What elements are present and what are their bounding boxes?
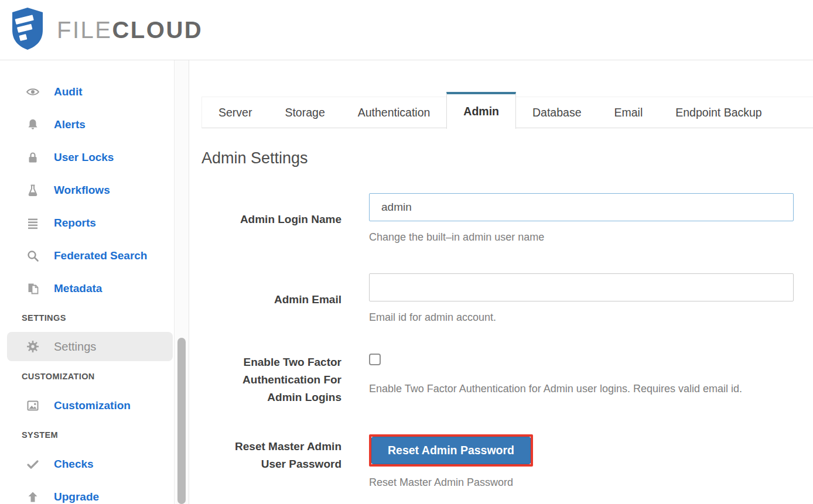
label-line: Admin Login Name [201, 211, 341, 228]
check-icon [26, 457, 40, 471]
sidebar-item-customization[interactable]: Customization [0, 389, 174, 422]
arrow-up-icon [26, 490, 40, 504]
reset-master-admin-password-label: Reset Master AdminUser Password [201, 434, 341, 473]
sidebar-item-label: Federated Search [54, 249, 147, 262]
tab-database[interactable]: Database [516, 97, 597, 128]
reset-master-admin-password-help-text: Reset Master Admin Password [369, 474, 791, 491]
field-row-admin-login-name: Admin Login NameChange the built–in admi… [201, 193, 813, 245]
filecloud-shield-icon [10, 6, 45, 53]
sidebar-item-user-locks[interactable]: User Locks [0, 141, 174, 174]
tab-email[interactable]: Email [598, 97, 660, 128]
label-line: Authentication For [201, 371, 341, 389]
eye-icon [26, 85, 40, 99]
sidebar: AuditAlertsUser LocksWorkflowsReportsFed… [0, 60, 174, 504]
reset-master-admin-password-button[interactable]: Reset Admin Password [371, 437, 531, 464]
admin-login-name-control: Change the built–in admin user name [369, 193, 794, 245]
sidebar-item-workflows[interactable]: Workflows [0, 174, 174, 207]
label-line: Reset Master Admin [201, 438, 341, 455]
sidebar-item-label: Customization [54, 399, 131, 412]
two-factor-authentication-label: Enable Two FactorAuthentication ForAdmin… [201, 354, 341, 406]
scrollbar-thumb[interactable] [177, 338, 186, 504]
filecloud-admin-app: FILECLOUD AuditAlertsUser LocksWorkflows… [0, 0, 813, 504]
two-factor-authentication-control: Enable Two Factor Authentication for Adm… [369, 354, 794, 397]
sidebar-section-label: CUSTOMIZATION [22, 372, 95, 381]
tab-authentication[interactable]: Authentication [341, 97, 447, 128]
sidebar-section-label: SETTINGS [22, 313, 66, 323]
sidebar-item-alerts[interactable]: Alerts [0, 108, 174, 141]
admin-login-name-label: Admin Login Name [201, 211, 341, 228]
reset-master-admin-password-control: Reset Admin PasswordReset Master Admin P… [369, 434, 794, 491]
sidebar-item-settings[interactable]: Settings [7, 332, 173, 361]
sidebar-item-label: Reports [54, 217, 96, 229]
search-icon [26, 249, 40, 263]
sidebar-section-system: SYSTEM [0, 422, 174, 448]
page-title: Admin Settings [201, 149, 813, 167]
sidebar-section-label: SYSTEM [22, 430, 58, 440]
settings-tab-bar: ServerStorageAuthenticationAdminDatabase… [201, 97, 813, 128]
sidebar-item-reports[interactable]: Reports [0, 207, 174, 239]
two-factor-authentication-checkbox[interactable] [369, 354, 381, 365]
sidebar-item-label: Metadata [54, 282, 102, 295]
flask-icon [26, 183, 40, 197]
admin-settings-form: Admin Login NameChange the built–in admi… [201, 193, 813, 491]
sidebar-item-label: Workflows [54, 184, 110, 197]
field-row-reset-master-admin-password: Reset Master AdminUser PasswordReset Adm… [201, 434, 813, 491]
admin-email-control: Email id for admin account. [369, 273, 794, 325]
sidebar-item-audit[interactable]: Audit [0, 76, 174, 108]
gear-icon [26, 340, 40, 354]
sidebar-item-label: User Locks [54, 151, 114, 164]
filecloud-wordmark: FILECLOUD [57, 17, 203, 43]
field-row-two-factor-authentication: Enable Two FactorAuthentication ForAdmin… [201, 354, 813, 406]
body-layout: AuditAlertsUser LocksWorkflowsReportsFed… [0, 60, 813, 504]
two-factor-authentication-help-text: Enable Two Factor Authentication for Adm… [369, 380, 791, 397]
label-line: User Password [201, 455, 341, 473]
admin-email-input[interactable] [369, 273, 794, 301]
annotation-highlight-box: Reset Admin Password [369, 434, 533, 467]
field-row-admin-email: Admin EmailEmail id for admin account. [201, 273, 813, 325]
label-line: Admin Email [201, 291, 341, 308]
sidebar-item-upgrade[interactable]: Upgrade [0, 481, 174, 504]
image-icon [26, 399, 40, 413]
bell-icon [26, 118, 40, 132]
list-icon [26, 216, 40, 230]
admin-email-label: Admin Email [201, 291, 341, 308]
tab-endpoint-backup[interactable]: Endpoint Backup [659, 97, 778, 128]
tab-server[interactable]: Server [202, 97, 268, 128]
sidebar-scrollbar[interactable] [174, 60, 189, 504]
sidebar-item-checks[interactable]: Checks [0, 448, 174, 481]
admin-login-name-help-text: Change the built–in admin user name [369, 229, 791, 245]
tab-storage[interactable]: Storage [268, 97, 341, 128]
sidebar-item-label: Alerts [54, 118, 86, 131]
admin-login-name-input[interactable] [369, 193, 794, 221]
label-line: Enable Two Factor [201, 354, 341, 371]
sidebar-item-label: Upgrade [54, 491, 99, 503]
sidebar-section-customization: CUSTOMIZATION [0, 364, 174, 389]
main-content: ServerStorageAuthenticationAdminDatabase… [189, 60, 813, 504]
wordmark-file: FILE [57, 17, 112, 43]
lock-icon [26, 150, 40, 164]
admin-email-help-text: Email id for admin account. [369, 309, 791, 325]
sidebar-item-metadata[interactable]: Metadata [0, 272, 174, 305]
wordmark-cloud: CLOUD [112, 17, 203, 43]
sidebar-section-settings: SETTINGS [0, 305, 174, 331]
filecloud-logo: FILECLOUD [10, 6, 203, 53]
sidebar-item-label: Checks [54, 458, 94, 471]
tab-admin[interactable]: Admin [446, 92, 516, 129]
sidebar-item-federated-search[interactable]: Federated Search [0, 239, 174, 272]
sidebar-item-label: Settings [54, 340, 96, 354]
sidebar-item-label: Audit [54, 85, 83, 98]
copy-icon [26, 282, 40, 296]
label-line: Admin Logins [201, 389, 341, 406]
app-header: FILECLOUD [0, 0, 813, 60]
